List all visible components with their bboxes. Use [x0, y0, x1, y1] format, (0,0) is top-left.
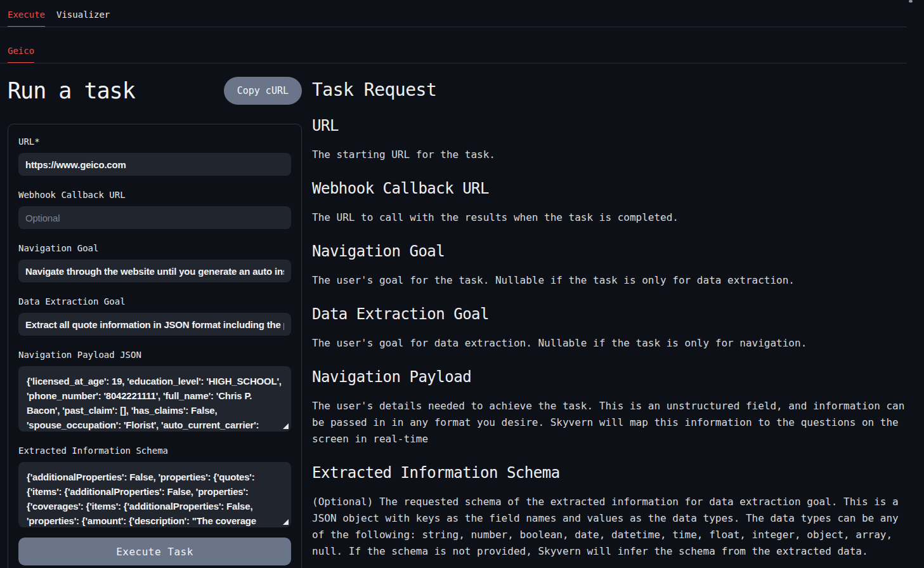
doc-section-data-extraction-goal: Data Extraction Goal The user's goal for… — [312, 305, 914, 352]
doc-heading: Navigation Payload — [312, 368, 914, 386]
resize-handle-icon[interactable] — [283, 423, 289, 429]
scrollbar-thumb[interactable] — [909, 0, 913, 3]
doc-section-navigation-payload: Navigation Payload The user's details ne… — [312, 368, 914, 447]
data-extraction-goal-field-group: Data Extraction Goal — [18, 297, 291, 336]
webhook-callback-url-label: Webhook Callback URL — [18, 190, 291, 199]
copy-curl-button[interactable]: Copy cURL — [224, 77, 302, 105]
doc-heading: Navigation Goal — [312, 242, 914, 260]
doc-body: The user's goal for data extraction. Nul… — [312, 335, 914, 352]
main-tab-bar: Execute Visualizer — [0, 0, 924, 27]
doc-body: The starting URL for the task. — [312, 147, 914, 163]
url-input[interactable] — [18, 153, 291, 176]
doc-body: The URL to call with the results when th… — [312, 209, 914, 226]
resize-handle-icon[interactable] — [283, 519, 289, 525]
task-form-card: URL* Webhook Callback URL Navigation Goa… — [8, 124, 302, 568]
tab-execute[interactable]: Execute — [8, 10, 45, 27]
navigation-goal-input[interactable] — [18, 260, 291, 282]
task-request-title: Task Request — [312, 80, 914, 100]
navigation-payload-json-label: Navigation Payload JSON — [18, 350, 291, 359]
doc-heading: Webhook Callback URL — [312, 180, 914, 197]
navigation-goal-field-group: Navigation Goal — [18, 244, 291, 282]
navigation-payload-json-textarea[interactable] — [18, 366, 291, 432]
data-extraction-goal-label: Data Extraction Goal — [18, 297, 291, 306]
task-request-docs-panel: Task Request URL The starting URL for th… — [302, 63, 914, 568]
tab-visualizer[interactable]: Visualizer — [56, 10, 110, 27]
doc-body: The user's details needed to achieve the… — [312, 398, 914, 447]
doc-heading: URL — [312, 117, 914, 135]
page-title: Run a task — [8, 78, 135, 103]
tab-geico[interactable]: Geico — [8, 46, 34, 63]
doc-section-webhook-callback-url: Webhook Callback URL The URL to call wit… — [312, 180, 914, 226]
extracted-information-schema-textarea[interactable] — [18, 462, 291, 527]
doc-heading: Data Extraction Goal — [312, 305, 914, 323]
webhook-callback-url-input[interactable] — [18, 206, 291, 229]
doc-heading: Extracted Information Schema — [312, 464, 914, 482]
navigation-goal-label: Navigation Goal — [18, 244, 291, 253]
run-task-header: Run a task Copy cURL — [8, 76, 302, 105]
doc-body: The user's goal for the task. Nullable i… — [312, 272, 914, 289]
sub-tab-bar: Geico — [0, 27, 924, 63]
data-extraction-goal-input[interactable] — [18, 313, 291, 336]
doc-section-extracted-information-schema: Extracted Information Schema (Optional) … — [312, 464, 914, 560]
main-content: Run a task Copy cURL URL* Webhook Callba… — [0, 63, 924, 568]
url-field-group: URL* — [18, 137, 291, 176]
extracted-information-schema-field-group: Extracted Information Schema — [18, 446, 291, 527]
execute-task-button[interactable]: Execute Task — [18, 538, 291, 565]
navigation-payload-field-group: Navigation Payload JSON — [18, 350, 291, 432]
sub-tab-bar-divider — [0, 63, 907, 63]
doc-section-navigation-goal: Navigation Goal The user's goal for the … — [312, 242, 914, 289]
run-task-panel: Run a task Copy cURL URL* Webhook Callba… — [8, 63, 302, 568]
doc-body: (Optional) The requested schema of the e… — [312, 494, 914, 560]
extracted-information-schema-label: Extracted Information Schema — [18, 446, 291, 455]
webhook-field-group: Webhook Callback URL — [18, 190, 291, 229]
doc-section-url: URL The starting URL for the task. — [312, 117, 914, 163]
url-label: URL* — [18, 137, 291, 146]
